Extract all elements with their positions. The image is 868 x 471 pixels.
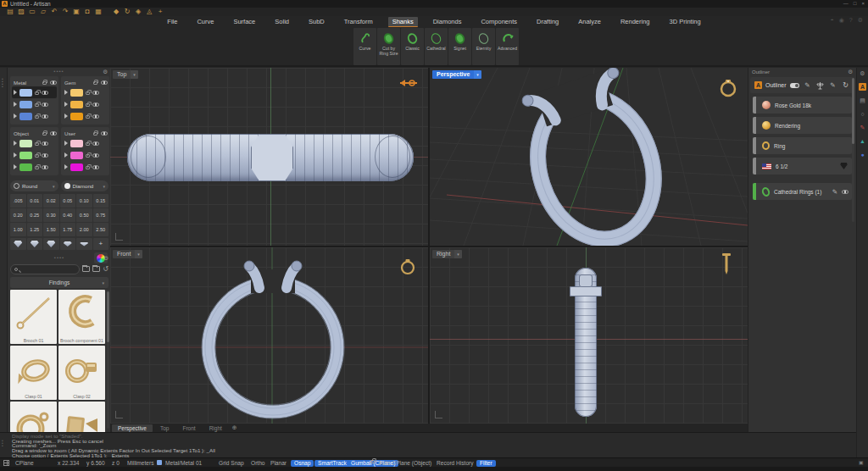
menu-components[interactable]: Components [476,17,521,26]
scale-icon[interactable]: ◈ [133,8,143,16]
lock-icon[interactable] [86,103,90,107]
drag-grip[interactable] [753,117,756,134]
select-icon[interactable]: ◆ [111,8,121,16]
outliner-item-rose-gold[interactable]: Rose Gold 18k [753,97,852,114]
drag-grip[interactable] [753,97,756,114]
viewport-perspective[interactable]: Perspective▾ [430,68,748,246]
apply-arrow-icon[interactable] [14,90,17,95]
size-button[interactable]: 0.10 [76,194,92,208]
apply-arrow-icon[interactable] [64,164,68,169]
new-file-icon[interactable]: ▤ [5,8,15,16]
object-swatch-row[interactable] [12,137,57,149]
panel-drag-handle[interactable]: •••• [53,69,64,75]
undo-icon[interactable]: ↶ [49,8,59,16]
eye-icon[interactable] [50,131,57,136]
help-icon[interactable]: ? [849,17,853,24]
gem-profile-button[interactable] [10,238,26,250]
outliner-item-ring[interactable]: Ring [753,137,852,154]
minimize-icon[interactable]: — [843,0,849,8]
open-folder-icon[interactable]: ▱ [38,8,48,16]
lock-icon[interactable] [86,91,90,95]
panel-layout-icon[interactable]: ▣ [859,459,864,465]
color-swatch[interactable] [19,140,32,147]
import-folder-icon[interactable] [82,266,90,272]
lock-icon[interactable] [370,460,375,463]
cplane-button[interactable]: CPlane [15,460,34,467]
lock-icon[interactable] [42,81,47,85]
panel-grip-handle[interactable]: •••• [2,78,4,88]
color-swatch[interactable] [70,152,83,159]
finding-item-brooch-01[interactable]: Brooch 01 [10,290,57,344]
menu-rendering[interactable]: Rendering [616,17,654,26]
eternity-shank-button[interactable]: Eternity [472,28,495,65]
viewport-top-label[interactable]: Top▾ [113,70,138,79]
classic-shank-button[interactable]: Classic [401,28,424,65]
viewport-top[interactable]: Top▾ [110,68,428,246]
cathedral-shank-button[interactable]: Cathedral [425,28,448,65]
size-button[interactable]: 1.25 [27,223,43,236]
menu-transform[interactable]: Transform [340,17,377,26]
lock-icon[interactable] [35,142,39,146]
eye-icon[interactable] [42,141,48,146]
lock-icon[interactable] [42,132,47,136]
gear-icon[interactable]: ⚙ [103,68,108,75]
filter-toggle[interactable]: Filter [476,460,496,467]
outliner-item-ring-size[interactable]: 6 1/2 [753,158,852,175]
ring-sizer-icon[interactable] [839,163,849,169]
metal-swatch-row[interactable] [12,86,57,98]
viewport-perspective-label[interactable]: Perspective▾ [432,70,481,79]
tab-top[interactable]: Top [154,424,175,432]
record-history-toggle[interactable]: Record History [437,460,474,467]
size-button[interactable]: 0.25 [27,208,43,222]
eye-icon[interactable] [42,91,48,95]
menu-drafting[interactable]: Drafting [532,17,563,26]
ring-top-view[interactable] [127,134,414,181]
gem-profile-button[interactable] [60,238,76,250]
eye-icon[interactable] [42,153,48,158]
size-button[interactable]: 0.75 [93,208,109,222]
findings-search-input[interactable] [10,264,80,274]
metal-swatch-row[interactable] [12,110,57,122]
apply-arrow-icon[interactable] [64,141,68,146]
pen-icon[interactable]: ✎ [828,81,837,89]
eye-icon[interactable] [42,103,48,107]
lock-icon[interactable] [93,132,97,136]
apply-arrow-icon[interactable] [14,164,17,169]
add-viewport-icon[interactable]: ⊕ [232,424,237,431]
add-gem-button[interactable]: + [93,238,109,250]
outliner-item-cathedral-rings[interactable]: Cathedral Rings (1) ✎ [753,183,852,200]
lock-icon[interactable] [86,154,90,158]
lock-icon[interactable] [86,115,90,119]
object-swatch-row[interactable] [12,161,57,173]
eye-icon[interactable] [92,103,99,107]
apply-arrow-icon[interactable] [14,114,17,119]
layer-color-swatch[interactable] [157,460,162,465]
lock-icon[interactable] [35,115,39,119]
color-swatch[interactable] [70,113,83,120]
save-icon[interactable]: ▣ [71,8,81,16]
auto-cplane-toggle[interactable]: Auto CPlane (Object) [379,460,431,467]
menu-solid[interactable]: Solid [270,17,293,26]
user-swatch-row[interactable] [63,137,108,149]
tab-perspective[interactable]: Perspective [112,424,153,432]
edit-pen-icon[interactable]: ✎ [832,188,837,196]
refresh-icon[interactable]: ↻ [841,81,850,89]
lock-icon[interactable] [35,154,39,158]
menu-3d-printing[interactable]: 3D Printing [665,17,705,26]
gem-profile-button[interactable] [43,238,59,250]
lock-icon[interactable] [86,166,90,169]
gem-swatch-row[interactable] [63,110,108,122]
theme-icon[interactable]: ◓ [830,17,833,24]
artisan-tab-icon[interactable]: A [859,83,866,91]
ortho-toggle[interactable]: Ortho [251,460,265,467]
curve-shank-button[interactable]: Curve [353,28,376,65]
advanced-shank-button[interactable]: Advanced [496,28,519,65]
rotate-icon[interactable]: ↻ [122,8,132,16]
eye-icon[interactable] [842,190,849,194]
apply-arrow-icon[interactable] [64,152,68,158]
eye-icon[interactable] [92,153,99,158]
viewport-right[interactable]: Right▾ [430,247,748,424]
color-swatch[interactable] [70,140,83,147]
color-swatch[interactable] [70,89,83,97]
cut-by-ring-size-button[interactable]: Cut by Ring Size [377,28,400,65]
